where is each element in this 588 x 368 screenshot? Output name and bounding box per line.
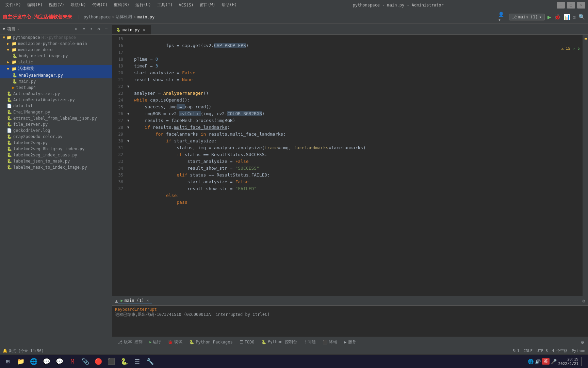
user-icon[interactable]: 👤▾	[498, 13, 506, 21]
tree-item-mediapipe-main[interactable]: ▶ 📁 mediapipe-python-sample-main	[0, 41, 112, 47]
fold-30[interactable]: ▼	[127, 138, 133, 144]
tree-item-gray2pseudo[interactable]: 🐍 gray2pseudo_color.py	[0, 134, 112, 140]
menu-refactor[interactable]: 重构(R)	[111, 1, 132, 9]
taskbar-app3[interactable]: M	[66, 355, 79, 368]
taskbar-pycharm[interactable]: 🐍	[118, 355, 130, 368]
code-lines[interactable]: fps = cap.get(cv2.CAP_PROP_FPS) pTime = …	[133, 35, 583, 296]
branch-selector[interactable]: ⎇ main (1) ▾	[509, 14, 545, 20]
show-desktop-icon[interactable]	[581, 357, 584, 366]
menu-window[interactable]: 窗口(W)	[197, 1, 218, 9]
terminal-content[interactable]: KeyboardInterrupt 进程已结束,退出代码-1073741510 …	[112, 306, 588, 337]
locate-icon[interactable]: ⊕	[73, 26, 79, 32]
folder-icon: ▶ 📁	[7, 41, 17, 46]
tree-item-labelme-json-mask[interactable]: 🐍 labelme_json_to_mask.py	[0, 158, 112, 164]
taskbar-app5[interactable]: 🔴	[92, 355, 104, 368]
encoding-item[interactable]: UTF-8	[537, 349, 548, 353]
taskbar-explorer[interactable]: 📁	[15, 355, 27, 368]
fold-26[interactable]: ▼	[127, 110, 133, 117]
window-title: pythonspace - main.py - Administrator	[240, 3, 557, 7]
search-button[interactable]: 🔍	[578, 14, 585, 20]
taskbar-wechat[interactable]: 💬	[53, 355, 66, 368]
problems-button[interactable]: ! 问题	[301, 338, 318, 346]
services-button[interactable]: ▶ 服务	[341, 338, 359, 346]
vcs-button[interactable]: ⎇ 版本 控制	[115, 338, 145, 346]
debug-button[interactable]: 🐞	[554, 14, 561, 20]
menu-vcs[interactable]: VCS(S)	[176, 2, 196, 8]
taskbar-browser[interactable]: 🌐	[28, 355, 40, 368]
cursor-position[interactable]: 5:1	[513, 349, 520, 353]
tree-item-livedect[interactable]: ▼ 📁 活体检测	[0, 65, 112, 72]
terminal-bottom-button[interactable]: ⬛ 终端	[320, 338, 340, 346]
taskbar-clipboard[interactable]: 📎	[79, 355, 92, 368]
profile-button[interactable]: 📊	[564, 14, 570, 20]
tree-item-labelme2seg[interactable]: 🐍 labelme2seg.py	[0, 140, 112, 146]
tree-item-extract-label[interactable]: 🐍 extract_label_from_labelme_json.py	[0, 115, 112, 121]
indent-item[interactable]: 4 个空格	[552, 348, 568, 353]
tree-root[interactable]: ▼ 📁 pythonspace H:\pythonspace	[0, 34, 112, 41]
taskbar-terminal[interactable]: ⬛	[105, 355, 117, 368]
tree-item-test-mp4[interactable]: ▶ test.mp4	[0, 85, 112, 91]
menu-code[interactable]: 代码(C)	[89, 1, 111, 9]
tree-item-file-server[interactable]: 🐍 file_server.py	[0, 121, 112, 127]
breadcrumb-file[interactable]: main.py	[137, 15, 155, 19]
settings-icon[interactable]: ⚙	[96, 26, 102, 32]
minimize-button[interactable]: ─	[557, 2, 565, 9]
terminal-gear-btn[interactable]: ⚙	[583, 298, 585, 304]
language-item[interactable]: Python	[572, 349, 585, 353]
fold-27[interactable]: ▼	[127, 117, 133, 124]
fold-28[interactable]: ▼	[127, 124, 133, 131]
collapse-icon[interactable]: ≡	[81, 26, 87, 32]
menu-help[interactable]: 帮助(H)	[219, 1, 240, 9]
coverage-button[interactable]: ☑	[573, 14, 576, 20]
python-console-button[interactable]: 🐍 Python 控制台	[259, 338, 300, 346]
taskbar-start[interactable]: ⊞	[2, 355, 14, 368]
tree-item-labelme-mask-index[interactable]: 🐍 labelme_mask_to_index_image.py	[0, 164, 112, 170]
terminal-close-icon[interactable]: ✕	[147, 298, 149, 302]
tab-close-button[interactable]: ✕	[142, 28, 147, 32]
tree-item-action-serial[interactable]: 🐍 ActionSerialAnalysizer.py	[0, 97, 112, 103]
run-button[interactable]: ▶	[548, 13, 551, 20]
taskbar-app1[interactable]: 💬	[40, 355, 53, 368]
terminal-tab-run[interactable]: ▶ main (1) ✕	[118, 297, 151, 304]
sort-icon[interactable]: ↕	[88, 26, 94, 32]
tree-item-geckodriver[interactable]: 📄 geckodriver.log	[0, 127, 112, 134]
python-packages-button[interactable]: 🐍 Python Packages	[186, 339, 235, 345]
maximize-button[interactable]: □	[567, 2, 575, 9]
breadcrumb-folder[interactable]: 活体检测	[116, 14, 132, 20]
bottom-gear-icon[interactable]: ⚙	[580, 339, 585, 346]
line-ending-item[interactable]: CRLF	[523, 349, 533, 353]
menu-file[interactable]: 文件(F)	[3, 1, 24, 9]
menu-edit[interactable]: 编辑(E)	[24, 1, 46, 9]
gutter-34	[127, 165, 133, 172]
code-container[interactable]: 15 16 17 18 19 20 21 22 23 24 25 26 27 2…	[112, 35, 588, 296]
menu-run[interactable]: 运行(U)	[133, 1, 154, 9]
breadcrumb-root[interactable]: pythonspace	[84, 15, 111, 19]
fold-22[interactable]: ▼	[127, 83, 133, 90]
tree-item-labelme2seg-index[interactable]: 🐍 labelme2seg_index_class.py	[0, 152, 112, 158]
project-title[interactable]: ▼ 项目 ▾	[3, 26, 19, 32]
tree-item-email-manager[interactable]: 🐍 EmailManager.py	[0, 109, 112, 115]
tree-item-analyser-manager[interactable]: 🐍 AnalyserManager.py	[0, 72, 112, 78]
menu-view[interactable]: 视图(V)	[46, 1, 67, 9]
tree-item-action-analysizer[interactable]: 🐍 ActionAnalysizer.py	[0, 91, 112, 97]
py-file-icon: 🐍	[7, 91, 12, 96]
tree-item-main[interactable]: 🐍 main.py	[0, 78, 112, 85]
debug-bottom-button[interactable]: 🐞 调试	[165, 338, 185, 346]
todo-button[interactable]: ☰ TODO	[237, 339, 257, 345]
tree-item-body-detect[interactable]: 🐍 body_detect_image.py	[0, 53, 112, 59]
tree-item-labelme2seg-8bit[interactable]: 🐍 labelme2seg_8bitgray_index.py	[0, 146, 112, 152]
menu-nav[interactable]: 导航(N)	[68, 1, 89, 9]
taskbar-app8[interactable]: 🔧	[144, 355, 156, 368]
taskbar-app7[interactable]: ☰	[131, 355, 143, 368]
ime-indicator[interactable]: 英	[542, 358, 550, 365]
tab-main-py[interactable]: 🐍 main.py ✕	[112, 25, 151, 34]
notification-item[interactable]: 🔔 备点 (今天 14:56)	[3, 348, 44, 353]
tree-item-mediapipe-demo[interactable]: ▼ 📁 mediapipe_demo	[0, 47, 112, 53]
tree-item-static[interactable]: ▶ 📁 static	[0, 59, 112, 65]
close-button[interactable]: ✕	[577, 2, 585, 9]
terminal-up-btn[interactable]: ▲	[115, 298, 118, 304]
tree-item-data-txt[interactable]: 📄 data.txt	[0, 103, 112, 109]
run-bottom-button[interactable]: ▶ 运行	[147, 338, 164, 346]
menu-tools[interactable]: 工具(T)	[154, 1, 176, 9]
hide-icon[interactable]: ─	[103, 26, 109, 32]
